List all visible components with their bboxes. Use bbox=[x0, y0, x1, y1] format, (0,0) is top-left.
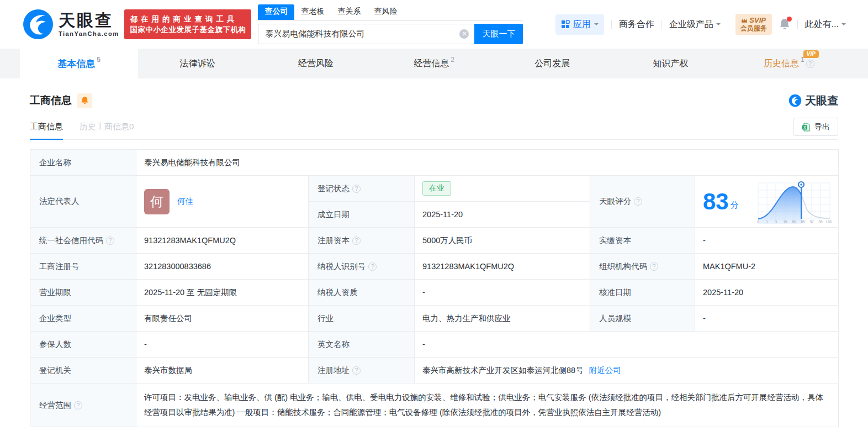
crown-icon bbox=[741, 18, 748, 23]
vip-badge: VIP bbox=[803, 50, 819, 58]
search-tab-relation[interactable]: 查关系 bbox=[331, 4, 367, 20]
business-info-table: 企业名称 泰兴易电储能科技有限公司 法定代表人 何 何佳 登记状态 在业 天眼评… bbox=[30, 149, 839, 427]
business-scope-value: 许可项目：发电业务、输电业务、供 (配) 电业务；输电、供电、受电电力设施的安装… bbox=[136, 384, 839, 427]
svg-text:1: 1 bbox=[766, 220, 768, 224]
search-button[interactable]: 天眼一下 bbox=[474, 24, 523, 44]
subtab-history-business-info[interactable]: 历史工商信息0 bbox=[80, 114, 134, 140]
help-icon[interactable] bbox=[352, 366, 361, 375]
search-tab-boss[interactable]: 查老板 bbox=[294, 4, 331, 20]
help-icon[interactable] bbox=[368, 262, 377, 271]
tab-label: 基本信息 bbox=[57, 57, 95, 70]
help-icon[interactable] bbox=[806, 60, 814, 68]
field-label: 纳税人资质 bbox=[309, 280, 415, 306]
score-curve-chart: 0 1 3 15 50 85 97 99 100 bbox=[756, 180, 832, 224]
field-label: 法定代表人 bbox=[30, 176, 136, 228]
subtab-row: 工商信息 历史工商信息0 X 导出 bbox=[30, 114, 838, 140]
field-label: 纳税人识别号 bbox=[309, 254, 415, 280]
search-tab-risk[interactable]: 查风险 bbox=[367, 4, 404, 20]
chevron-down-icon bbox=[716, 23, 721, 28]
search-block: 查公司 查老板 查关系 查风险 ✕ 天眼一下 bbox=[258, 4, 523, 44]
promo-line2: 国家中小企业发展子基金旗下机构 bbox=[130, 24, 246, 35]
tianyancha-eye-icon bbox=[788, 94, 802, 107]
divider bbox=[611, 20, 612, 29]
tab-company-development[interactable]: 公司发展 bbox=[493, 49, 611, 78]
company-type-value: 有限责任公司 bbox=[136, 306, 309, 332]
logo-title: 天眼查 bbox=[59, 12, 119, 29]
export-label: 导出 bbox=[814, 122, 830, 132]
user-menu[interactable]: 此处有... bbox=[805, 19, 846, 30]
field-label: 工商注册号 bbox=[30, 254, 136, 280]
company-nav-tabs: 基本信息 5 法律诉讼 经营风险 经营信息 2 公司发展 知识产权 VIP 历史… bbox=[0, 49, 868, 78]
field-label: 行业 bbox=[309, 306, 415, 332]
field-label: 注册资本 bbox=[309, 228, 415, 254]
help-icon[interactable] bbox=[650, 262, 658, 271]
business-cooperation-link[interactable]: 商务合作 bbox=[619, 19, 654, 30]
field-label: 组织机构代码 bbox=[590, 254, 695, 280]
insured-count-value: - bbox=[136, 332, 309, 358]
notification-dot bbox=[787, 17, 792, 22]
divider bbox=[728, 20, 728, 29]
svg-text:85: 85 bbox=[801, 220, 805, 224]
svg-text:15: 15 bbox=[783, 220, 787, 224]
field-label: 实缴资本 bbox=[590, 228, 695, 254]
apps-menu[interactable]: 应用 bbox=[555, 14, 604, 35]
table-row: 工商注册号 321283000833686 纳税人识别号 91321283MAK… bbox=[30, 254, 839, 280]
subtab-business-info[interactable]: 工商信息 bbox=[30, 114, 63, 140]
table-row: 参保人数 - 英文名称 - bbox=[30, 332, 839, 358]
tab-legal-proceedings[interactable]: 法律诉讼 bbox=[138, 49, 256, 78]
search-tab-company[interactable]: 查公司 bbox=[258, 4, 294, 20]
export-button[interactable]: X 导出 bbox=[793, 118, 838, 136]
tab-basic-info[interactable]: 基本信息 5 bbox=[20, 49, 138, 78]
reg-number-value: 321283000833686 bbox=[136, 254, 309, 280]
legal-rep-cell: 何 何佳 bbox=[136, 176, 309, 228]
field-label: 经营范围 bbox=[30, 384, 136, 427]
staff-size-value: - bbox=[695, 306, 839, 332]
enterprise-products-link[interactable]: 企业级产品 bbox=[669, 19, 721, 30]
top-header: 天眼查 TianYanCha.com 都在用的商业查询工具 国家中小企业发展子基… bbox=[0, 0, 868, 49]
enterprise-products-label: 企业级产品 bbox=[669, 19, 713, 30]
search-tabs: 查公司 查老板 查关系 查风险 bbox=[258, 4, 523, 20]
approval-date-value: 2025-11-20 bbox=[695, 280, 839, 306]
help-icon[interactable] bbox=[352, 237, 361, 245]
tab-label: 经营信息 bbox=[414, 58, 449, 70]
apps-grid-icon bbox=[561, 20, 570, 29]
tab-history-info[interactable]: VIP 历史信息 1 bbox=[730, 49, 848, 78]
table-row: 法定代表人 何 何佳 登记状态 在业 天眼评分 83 分 bbox=[30, 176, 839, 202]
search-input[interactable] bbox=[258, 24, 474, 44]
tianyancha-logo[interactable]: 天眼查 TianYanCha.com bbox=[22, 8, 119, 40]
tab-operating-risk[interactable]: 经营风险 bbox=[257, 49, 375, 78]
field-label: 核准日期 bbox=[590, 280, 695, 306]
help-icon[interactable] bbox=[74, 401, 82, 409]
help-icon[interactable] bbox=[634, 197, 642, 206]
table-row: 经营范围 许可项目：发电业务、输电业务、供 (配) 电业务；输电、供电、受电电力… bbox=[30, 384, 839, 427]
notification-bell[interactable] bbox=[779, 18, 790, 30]
svip-member-button[interactable]: SVIP 会员服务 bbox=[735, 14, 772, 35]
reg-status-cell: 在业 bbox=[415, 176, 590, 202]
help-icon[interactable] bbox=[106, 237, 114, 245]
svg-text:3: 3 bbox=[775, 220, 777, 224]
org-code-value: MAK1QFMU-2 bbox=[695, 254, 839, 280]
tianyancha-watermark-logo: 天眼查 bbox=[788, 93, 838, 108]
field-label: 人员规模 bbox=[590, 306, 695, 332]
monitor-bell-button[interactable] bbox=[77, 93, 92, 108]
apps-label: 应用 bbox=[573, 19, 591, 30]
taxpayer-quality-value: - bbox=[415, 280, 590, 306]
svg-text:100: 100 bbox=[826, 220, 832, 224]
field-label: 登记机关 bbox=[30, 358, 136, 384]
english-name-value: - bbox=[415, 332, 839, 358]
header-right: 应用 商务合作 企业级产品 SVIP 会员服务 bbox=[555, 14, 846, 35]
username: 此处有... bbox=[805, 19, 839, 30]
legal-rep-link[interactable]: 何佳 bbox=[177, 196, 193, 207]
svg-text:97: 97 bbox=[809, 220, 814, 224]
tab-label: 法律诉讼 bbox=[179, 58, 215, 70]
tab-intellectual-property[interactable]: 知识产权 bbox=[611, 49, 729, 78]
section-title: 工商信息 bbox=[30, 93, 72, 108]
svg-text:50: 50 bbox=[792, 220, 796, 224]
nearby-companies-link[interactable]: 附近公司 bbox=[589, 365, 621, 376]
tab-operating-info[interactable]: 经营信息 2 bbox=[375, 49, 493, 78]
avatar[interactable]: 何 bbox=[144, 189, 170, 214]
svip-sublabel: 会员服务 bbox=[740, 24, 767, 33]
watermark-text: 天眼查 bbox=[805, 93, 838, 108]
field-label: 企业类型 bbox=[30, 306, 136, 332]
help-icon[interactable] bbox=[352, 185, 361, 193]
